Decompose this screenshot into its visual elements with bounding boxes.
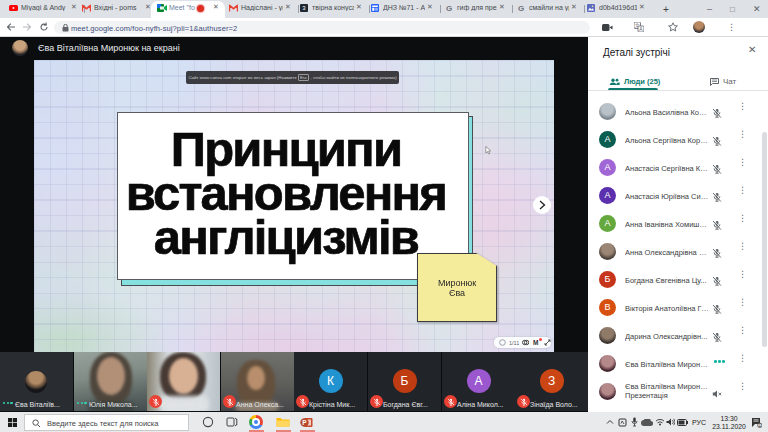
svg-text:G: G <box>446 4 452 12</box>
svg-text:G: G <box>518 4 524 12</box>
